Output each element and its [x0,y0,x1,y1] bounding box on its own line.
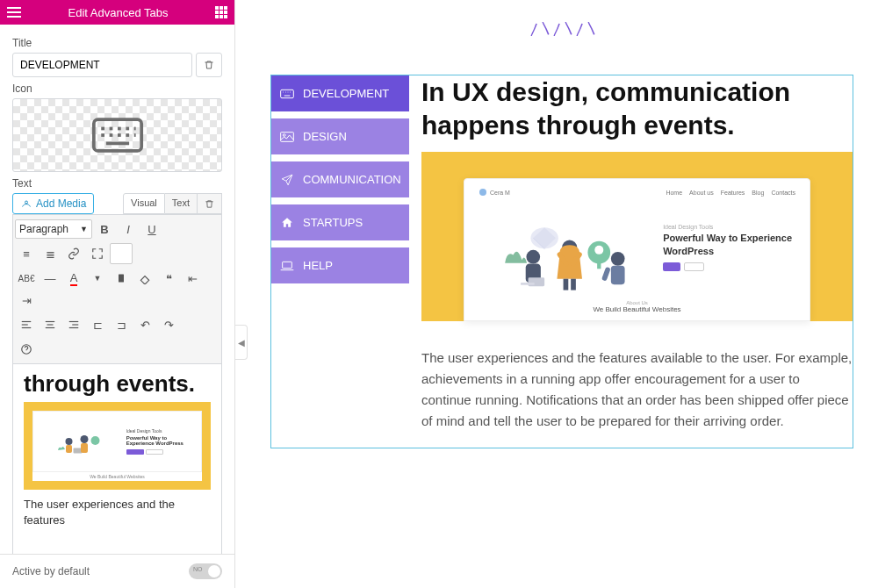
title-input[interactable] [12,53,192,77]
mockup-cta-secondary [684,262,703,271]
svg-rect-36 [281,132,294,141]
underline-button[interactable]: U [140,219,163,240]
panel-title: Edit Advanced Tabs [21,6,215,19]
bold-button[interactable]: B [93,219,116,240]
icon-picker[interactable] [12,98,222,172]
media-icon [20,198,32,209]
svg-point-29 [90,436,99,445]
align-left-button[interactable] [15,314,38,335]
home-icon [280,217,294,229]
image-icon [280,131,294,143]
sidebar-header: Edit Advanced Tabs [0,0,234,25]
svg-point-12 [25,201,28,204]
tab-content-heading: In UX design, communication happens thro… [421,75,853,141]
editor-delete-button[interactable] [198,193,222,214]
link-icon [68,247,80,260]
preview-canvas: 〳〵〳〵〳〵 DEVELOPMENT DESIGN COMMUNICATION … [246,0,878,588]
link-button[interactable] [62,243,85,264]
redo-button[interactable]: ↷ [157,314,180,335]
keyboard-icon [280,88,294,100]
hr-button[interactable]: — [39,268,61,289]
indent-left-button[interactable]: ⊏ [86,314,109,335]
align-right-button[interactable] [62,314,85,335]
svg-point-37 [283,133,285,136]
paper-plane-icon [280,174,294,186]
svg-point-27 [80,435,88,443]
svg-rect-38 [283,262,292,268]
tab-content-image: Cera M Home About us Features Blog Conta… [421,152,853,321]
icon-field-label: Icon [12,82,222,95]
mockup-nav: Cera M Home About us Features Blog Conta… [479,188,795,197]
eraser-icon [139,272,151,284]
clear-format-button[interactable] [133,268,156,289]
active-default-label: Active by default [12,565,90,577]
svg-rect-54 [611,266,625,284]
strikethrough-button[interactable]: AB€ [15,268,38,289]
hamburger-icon[interactable] [7,7,21,18]
mockup-logo-icon [479,188,487,197]
fullscreen-button[interactable] [86,243,109,264]
indent-right-button[interactable]: ⊐ [110,314,133,335]
advanced-tabs-widget[interactable]: DEVELOPMENT DESIGN COMMUNICATION STARTUP… [270,75,853,448]
align-center-button[interactable] [39,314,61,335]
paste-button[interactable] [110,268,133,289]
add-media-button[interactable]: Add Media [12,193,94,214]
svg-rect-48 [564,279,569,290]
tab-development[interactable]: DEVELOPMENT [271,75,409,111]
italic-button[interactable]: I [117,219,140,240]
divider-zigzag-icon: 〳〵〳〵〳〵 [270,21,853,38]
help-button[interactable] [15,339,38,360]
svg-rect-13 [119,275,124,283]
sidebar-body: Title Icon Text Add Media Visual [0,25,234,554]
trash-icon [205,199,214,209]
indent-button[interactable]: ⇥ [15,290,38,311]
text-field-label: Text [12,177,222,190]
editor-sidebar: Edit Advanced Tabs Title Icon Text Add M… [0,0,235,588]
color-picker-button[interactable] [110,243,133,264]
format-dropdown[interactable]: Paragraph▼ [15,219,92,239]
illustration-icon [54,424,106,459]
active-default-toggle[interactable]: NO [189,563,222,579]
editor-paragraph-sample: The user experiences and the features [24,497,211,528]
trash-icon [204,60,214,70]
svg-point-25 [65,438,72,445]
apps-grid-icon[interactable] [215,6,227,18]
editor-image-sample: Ideal Design Tools Powerful Way toExperi… [24,402,211,490]
numbered-list-button[interactable]: ≣ [39,243,61,264]
svg-rect-55 [601,267,611,282]
keyboard-icon [91,116,144,154]
tab-help[interactable]: HELP [271,247,409,283]
sidebar-footer: Active by default NO [0,554,234,588]
svg-rect-26 [66,445,72,453]
visual-tab[interactable]: Visual [123,193,165,214]
editor-content[interactable]: through events. [12,364,222,554]
editor-heading-sample: through events. [24,371,211,397]
svg-point-41 [526,250,540,264]
mockup-cta-primary [663,262,680,271]
svg-rect-28 [81,443,88,453]
special-char-button[interactable]: ❝ [157,268,180,289]
tab-startups[interactable]: STARTUPS [271,204,409,240]
text-tab[interactable]: Text [165,193,198,214]
svg-point-51 [594,246,603,255]
tab-content: In UX design, communication happens thro… [409,75,853,448]
align-right-icon [68,319,80,331]
text-color-button[interactable]: A [62,268,85,289]
tab-content-description: The user experiences and the features av… [421,348,853,432]
text-color-chevron[interactable]: ▼ [86,268,109,289]
svg-point-39 [479,189,486,196]
tab-communication[interactable]: COMMUNICATION [271,161,409,197]
svg-rect-49 [571,279,576,290]
align-center-icon [44,319,56,331]
expand-icon [91,247,104,260]
tabs-list: DEVELOPMENT DESIGN COMMUNICATION STARTUP… [271,75,409,448]
tab-design[interactable]: DESIGN [271,118,409,154]
title-delete-button[interactable] [196,53,222,77]
undo-button[interactable]: ↶ [133,314,156,335]
bullet-list-button[interactable]: ≡ [15,243,38,264]
title-field-label: Title [12,37,222,49]
svg-rect-30 [281,90,294,97]
svg-rect-52 [597,262,601,269]
wysiwyg-toolbar: Paragraph▼ B I U ≡ ≣ AB€ — A ▼ [12,214,222,364]
outdent-button[interactable]: ⇤ [181,268,204,289]
